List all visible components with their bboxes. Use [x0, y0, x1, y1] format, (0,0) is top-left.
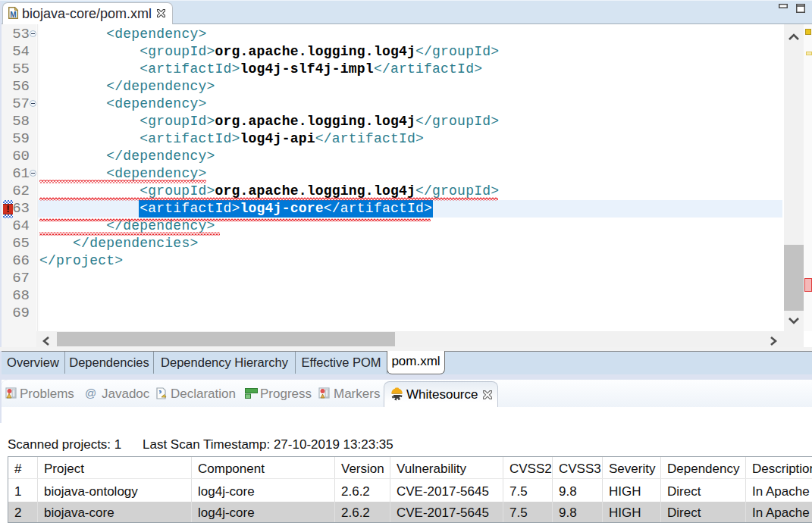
svg-text:M: M	[10, 11, 16, 19]
